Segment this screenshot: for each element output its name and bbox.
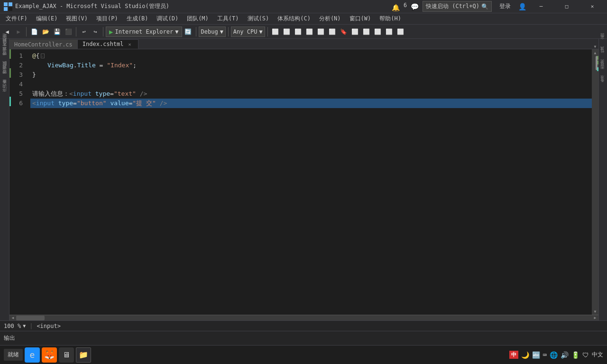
menu-analyze[interactable]: 分析(N)	[315, 14, 345, 24]
taskbar-app-icon-3[interactable]: 🖥	[59, 347, 74, 363]
bookmark-icon[interactable]: 🔖	[339, 27, 349, 37]
collapse-btn-1[interactable]: −	[41, 54, 45, 58]
taskbar-app-icon-4[interactable]: 📁	[76, 347, 91, 363]
menu-debug[interactable]: 调试(D)	[153, 14, 182, 24]
back-button[interactable]: ◀	[2, 27, 12, 37]
separator-4	[196, 27, 196, 36]
new-file-button[interactable]: 📄	[29, 27, 39, 37]
notification-icon[interactable]: 🔔 6	[392, 2, 407, 11]
save-all-button[interactable]: ⬛	[63, 27, 74, 37]
network-icon[interactable]: 🌐	[550, 351, 558, 359]
tab-scroll-right[interactable]: ▼	[592, 45, 598, 49]
zoom-bar: 100 % ▼ | <input>	[0, 320, 607, 331]
zoom-dropdown[interactable]: ▼	[23, 323, 26, 328]
code-line-5[interactable]: 请输入信息：<input type="text" />	[30, 89, 592, 99]
output-label: 输出	[4, 334, 15, 342]
refresh-button[interactable]: 🔄	[183, 27, 193, 37]
volume-icon[interactable]: 🔊	[561, 351, 569, 359]
code-line-6[interactable]: <input type="button" value="提 交" />	[30, 99, 592, 108]
menu-test[interactable]: 测试(S)	[244, 14, 273, 24]
menu-tools[interactable]: 工具(T)	[213, 14, 243, 24]
scroll-track[interactable]	[592, 56, 598, 308]
code-editor[interactable]: 1 2 3 4 5 6 @{ − ViewBag.Title = "Index"…	[9, 49, 598, 315]
svg-rect-0	[4, 2, 8, 6]
menu-help[interactable]: 帮助(H)	[376, 14, 405, 24]
tray-icon-1[interactable]: 🌙	[521, 351, 529, 359]
zoom-level[interactable]: 100 %	[4, 323, 21, 329]
tray-icon-3[interactable]: ⌨	[543, 351, 547, 359]
vs-icon	[4, 2, 12, 11]
forward-button[interactable]: ▶	[13, 27, 24, 37]
comment-icon[interactable]: 💬	[411, 3, 419, 10]
toolbar-icon-9[interactable]: ⬜	[373, 27, 383, 37]
taskbar-start[interactable]: 就绪	[4, 349, 23, 361]
toolbar-icon-1[interactable]: ⬜	[270, 27, 281, 37]
toolbar-icon-5[interactable]: ⬜	[316, 27, 326, 37]
taskbar-firefox-icon[interactable]: 🦊	[42, 347, 57, 363]
menu-build[interactable]: 生成(B)	[123, 14, 152, 24]
scroll-thumb[interactable]	[596, 56, 598, 70]
menu-bar: 文件(F) 编辑(E) 视图(V) 项目(P) 生成(B) 调试(D) 团队(M…	[0, 13, 607, 25]
login-button[interactable]: 登录	[496, 2, 515, 10]
toolbar-icon-4[interactable]: ⬜	[304, 27, 315, 37]
toolbar-icon-3[interactable]: ⬜	[293, 27, 304, 37]
h-scroll-track[interactable]	[16, 316, 592, 320]
scroll-up-arrow[interactable]: ▲	[592, 49, 598, 56]
code-line-4[interactable]	[30, 80, 592, 89]
toolbar-icon-2[interactable]: ⬜	[282, 27, 292, 37]
open-button[interactable]: 📂	[40, 27, 51, 37]
toolbar-icon-11[interactable]: ⬜	[395, 27, 406, 37]
redo-button[interactable]: ↪	[90, 27, 101, 37]
menu-architecture[interactable]: 体系结构(C)	[274, 14, 314, 24]
toolbar-icon-10[interactable]: ⬜	[384, 27, 395, 37]
search-icon: 🔍	[481, 3, 488, 10]
tab-index-close[interactable]: ✕	[127, 41, 133, 47]
quick-launch[interactable]: 快速启动 (Ctrl+Q) 🔍	[423, 1, 492, 12]
menu-file[interactable]: 文件(F)	[2, 14, 31, 24]
output-panel: 输出	[0, 331, 607, 345]
h-scroll-left[interactable]: ◀	[9, 315, 16, 321]
separator-1	[26, 27, 27, 36]
code-line-3[interactable]: }	[30, 70, 592, 80]
menu-team[interactable]: 团队(M)	[183, 14, 212, 24]
menu-view[interactable]: 视图(V)	[62, 14, 92, 24]
change-bar-1	[9, 49, 11, 59]
editor-container: HomeController.cs Index.cshtml ✕ ▼ 1 2	[9, 39, 598, 320]
taskbar-ie-icon[interactable]: e	[25, 347, 40, 363]
run-button[interactable]: ▶ Internet Explorer ▼	[106, 27, 182, 37]
scroll-down-arrow[interactable]: ▼	[592, 308, 598, 315]
debug-config-label: Debug	[201, 28, 218, 35]
code-content[interactable]: @{ − ViewBag.Title = "Index"; } 请输入信息：<	[30, 49, 592, 315]
breadcrumb[interactable]: <input>	[37, 323, 61, 329]
scrollbar[interactable]: ▲ ▼	[592, 49, 598, 315]
ime-icon[interactable]: 中	[509, 351, 518, 359]
battery-icon[interactable]: 🔋	[571, 351, 579, 359]
minimize-button[interactable]: ─	[530, 0, 552, 13]
toolbar-icon-8[interactable]: ⬜	[361, 27, 372, 37]
svg-rect-3	[9, 7, 12, 11]
tab-homecontroller-label: HomeController.cs	[14, 41, 73, 48]
menu-window[interactable]: 窗口(W)	[346, 14, 375, 24]
tab-index-cshtml[interactable]: Index.cshtml ✕	[78, 39, 138, 49]
menu-project[interactable]: 项目(P)	[92, 14, 122, 24]
run-dropdown-arrow[interactable]: ▼	[175, 28, 178, 35]
close-button[interactable]: ✕	[581, 0, 603, 13]
h-scroll-right[interactable]: ▶	[592, 315, 598, 321]
toolbar-icon-6[interactable]: ⬜	[327, 27, 338, 37]
debug-config-dropdown[interactable]: Debug ▼	[199, 27, 226, 37]
code-line-1[interactable]: @{ −	[30, 51, 592, 61]
h-scroll-thumb[interactable]	[16, 316, 45, 320]
maximize-button[interactable]: □	[556, 0, 578, 13]
toolbar-icon-7[interactable]: ⬜	[350, 27, 360, 37]
code-line-2[interactable]: ViewBag.Title = "Index";	[30, 61, 592, 70]
tab-homecontroller[interactable]: HomeController.cs	[9, 39, 78, 49]
menu-edit[interactable]: 编辑(E)	[32, 14, 62, 24]
save-button[interactable]: 💾	[52, 27, 62, 37]
title-bar: Example_AJAX - Microsoft Visual Studio(管…	[0, 0, 607, 13]
account-icon[interactable]: 👤	[518, 3, 526, 10]
undo-button[interactable]: ↩	[79, 27, 89, 37]
platform-dropdown[interactable]: Any CPU ▼	[231, 27, 265, 37]
shield-icon[interactable]: 🛡	[582, 351, 589, 359]
tray-icon-2[interactable]: 🔤	[532, 351, 540, 359]
h-scrollbar[interactable]: ◀ ▶	[9, 315, 598, 320]
